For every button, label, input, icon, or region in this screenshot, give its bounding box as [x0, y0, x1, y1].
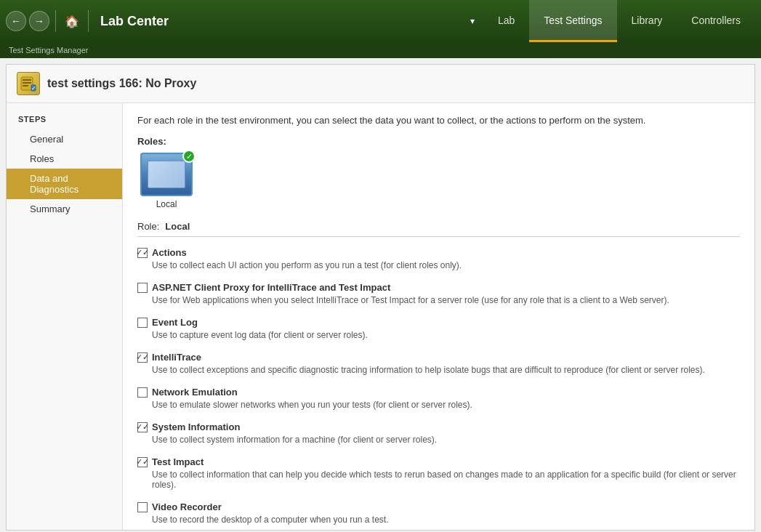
roles-label: Roles:	[137, 136, 740, 147]
diag-name-intellitrace: IntelliTrace	[152, 352, 201, 363]
svg-rect-1	[23, 79, 31, 81]
diagnostics-list: ✓ActionsUse to collect each UI action yo…	[137, 247, 740, 525]
dropdown-button[interactable]: ▾	[464, 13, 480, 29]
diag-desc-network-emulation: Use to emulate slower networks when you …	[137, 400, 740, 410]
diag-checkbox-aspnet-proxy[interactable]	[137, 283, 148, 293]
diag-desc-aspnet-proxy: Use for Web applications when you select…	[137, 295, 740, 305]
diag-checkbox-test-impact[interactable]: ✓	[137, 457, 148, 467]
sidebar-item-summary[interactable]: Summary	[7, 199, 122, 219]
page: ✓ test settings 166: No Proxy Steps Gene…	[6, 64, 755, 531]
diag-checkbox-video-recorder[interactable]	[137, 502, 148, 512]
page-title-bar: ✓ test settings 166: No Proxy	[7, 65, 754, 103]
diag-item-header-intellitrace: ✓IntelliTrace	[137, 352, 740, 363]
role-header: Role: Local	[137, 221, 740, 237]
sidebar-section-label: Steps	[7, 112, 122, 129]
diag-name-system-information: System Information	[152, 422, 240, 432]
home-button[interactable]: 🏠	[62, 11, 82, 31]
diag-checkbox-intellitrace[interactable]: ✓	[137, 352, 148, 363]
diag-name-aspnet-proxy: ASP.NET Client Proxy for IntelliTrace an…	[152, 282, 390, 293]
sidebar: Steps General Roles Data and Diagnostics…	[7, 103, 123, 530]
role-icon-check: ✓	[182, 150, 196, 163]
app-title: Lab Center	[100, 14, 462, 29]
sidebar-item-general[interactable]: General	[7, 129, 122, 149]
nav-separator	[55, 10, 56, 32]
top-bar: ← → 🏠 Lab Center ▾ Lab Test Settings Lib…	[0, 0, 761, 42]
role-icon-container[interactable]: ✓ Local	[137, 153, 196, 209]
diag-name-actions: Actions	[152, 247, 187, 258]
sidebar-item-data-and-diagnostics[interactable]: Data and Diagnostics	[7, 169, 122, 199]
role-icon[interactable]: ✓	[140, 153, 193, 196]
diag-name-video-recorder: Video Recorder	[152, 501, 222, 512]
diag-checkbox-network-emulation[interactable]	[137, 387, 148, 398]
tab-test-settings[interactable]: Test Settings	[529, 0, 616, 42]
diag-name-event-log: Event Log	[152, 317, 198, 328]
diag-desc-video-recorder: Use to record the desktop of a computer …	[137, 515, 740, 525]
diag-desc-intellitrace: Use to collect exceptions and specific d…	[137, 365, 740, 375]
svg-rect-3	[23, 85, 28, 86]
diag-item-header-test-impact: ✓Test Impact	[137, 456, 740, 467]
role-header-value: Local	[165, 221, 190, 232]
role-icon-screen	[148, 161, 185, 188]
nav-separator-2	[88, 10, 89, 32]
content-area[interactable]: For each role in the test environment, y…	[123, 103, 754, 530]
diag-checkbox-actions[interactable]: ✓	[137, 248, 148, 258]
diag-item-network-emulation: Network EmulationUse to emulate slower n…	[137, 387, 740, 410]
main-layout: Steps General Roles Data and Diagnostics…	[7, 103, 754, 530]
diag-item-header-network-emulation: Network Emulation	[137, 387, 740, 398]
diag-name-test-impact: Test Impact	[152, 456, 204, 467]
diag-desc-test-impact: Use to collect information that can help…	[137, 469, 740, 490]
forward-button[interactable]: →	[29, 11, 49, 31]
sidebar-item-roles[interactable]: Roles	[7, 149, 122, 169]
tab-controllers[interactable]: Controllers	[677, 0, 755, 42]
diag-desc-event-log: Use to capture event log data (for clien…	[137, 330, 740, 340]
tab-library[interactable]: Library	[617, 0, 677, 42]
diag-item-actions: ✓ActionsUse to collect each UI action yo…	[137, 247, 740, 270]
diag-desc-actions: Use to collect each UI action you perfor…	[137, 260, 740, 270]
svg-rect-2	[23, 82, 31, 84]
diag-checkbox-event-log[interactable]	[137, 318, 148, 328]
nav-tabs: Lab Test Settings Library Controllers	[483, 0, 755, 42]
page-icon: ✓	[17, 72, 40, 95]
page-title: test settings 166: No Proxy	[47, 77, 196, 90]
diag-item-system-information: ✓System InformationUse to collect system…	[137, 422, 740, 445]
diag-item-video-recorder: Video RecorderUse to record the desktop …	[137, 501, 740, 525]
back-button[interactable]: ←	[6, 11, 26, 31]
diag-item-header-event-log: Event Log	[137, 317, 740, 328]
diag-checkbox-system-information[interactable]: ✓	[137, 422, 148, 432]
diag-desc-system-information: Use to collect system information for a …	[137, 435, 740, 445]
diag-item-intellitrace: ✓IntelliTraceUse to collect exceptions a…	[137, 352, 740, 375]
diag-name-network-emulation: Network Emulation	[152, 387, 238, 398]
role-header-text: Role:	[137, 221, 159, 232]
diag-item-test-impact: ✓Test ImpactUse to collect information t…	[137, 456, 740, 490]
diag-item-header-video-recorder: Video Recorder	[137, 501, 740, 512]
tab-lab[interactable]: Lab	[483, 0, 529, 42]
sub-header-label: Test Settings Manager	[9, 46, 88, 55]
diag-item-header-system-information: ✓System Information	[137, 422, 740, 432]
diag-item-header-aspnet-proxy: ASP.NET Client Proxy for IntelliTrace an…	[137, 282, 740, 293]
diag-item-header-actions: ✓Actions	[137, 247, 740, 258]
content-description: For each role in the test environment, y…	[137, 115, 740, 126]
sub-header: Test Settings Manager	[0, 42, 761, 58]
diag-item-event-log: Event LogUse to capture event log data (…	[137, 317, 740, 340]
svg-text:✓: ✓	[31, 85, 36, 92]
role-icon-label: Local	[156, 199, 177, 209]
diag-item-aspnet-proxy: ASP.NET Client Proxy for IntelliTrace an…	[137, 282, 740, 305]
